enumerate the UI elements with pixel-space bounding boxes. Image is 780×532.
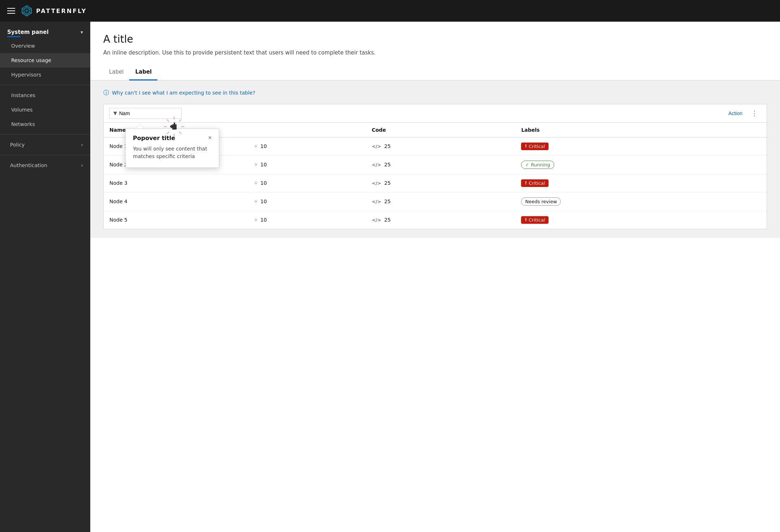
sidebar: System panel ▾ Overview Resource usage H… — [0, 22, 90, 532]
filter-icon: ▼ — [113, 110, 117, 116]
cell-label: ! Critical — [515, 174, 767, 192]
info-icon[interactable]: ⓘ — [103, 89, 109, 97]
svg-rect-16 — [171, 125, 172, 128]
info-banner: ⓘ Why can't I see what I am expecting to… — [103, 89, 767, 97]
sidebar-item-overview[interactable]: Overview — [0, 39, 90, 53]
tab-label-1[interactable]: Label — [103, 64, 129, 80]
popover-overlay: Popover title × You will only see conten… — [125, 124, 219, 168]
kebab-menu-button[interactable]: ⋮ — [748, 108, 761, 119]
sidebar-item-resource-usage[interactable]: Resource usage — [0, 53, 90, 67]
cell-label: ! Critical — [515, 211, 767, 229]
policy-chevron-icon: › — [81, 142, 83, 148]
cell-branch: ⑂ 10 — [249, 211, 366, 229]
hamburger-menu[interactable] — [7, 8, 15, 14]
sidebar-group-chevron: ▾ — [81, 29, 83, 35]
critical-icon: ! — [525, 144, 526, 149]
cell-name: Node 3 — [104, 174, 249, 192]
branch-icon: ⑂ — [255, 217, 257, 223]
sidebar-item-policy[interactable]: Policy › — [0, 138, 90, 152]
table-container: ▼ Action ⋮ Popover title × — [103, 104, 767, 229]
cell-label: ! Critical — [515, 137, 767, 155]
cell-branch: ⑂ 10 — [249, 192, 366, 211]
branch-icon: ⑂ — [255, 144, 257, 149]
popover-box: Popover title × You will only see conten… — [125, 128, 219, 168]
table-row: Node 3⑂ 10</> 25 ! Critical — [104, 174, 767, 192]
sidebar-item-networks[interactable]: Networks — [0, 117, 90, 131]
table-row: Node 5⑂ 10</> 25 ! Critical — [104, 211, 767, 229]
page-title: A title — [103, 33, 767, 45]
col-header-labels: Labels — [515, 123, 767, 138]
badge-critical: ! Critical — [521, 216, 549, 224]
popover-header: Popover title × — [133, 135, 212, 141]
popover-title: Popover title — [133, 135, 175, 141]
cell-code: </> 25 — [366, 211, 515, 229]
cell-branch: ⑂ 10 — [249, 155, 366, 174]
code-icon: </> — [372, 217, 381, 223]
content-area: ⓘ Why can't I see what I am expecting to… — [90, 80, 780, 238]
main-content: A title An inline description. Use this … — [90, 22, 780, 532]
code-icon: </> — [372, 199, 381, 204]
page-header: A title An inline description. Use this … — [90, 22, 780, 57]
svg-rect-15 — [172, 124, 174, 128]
cell-code: </> 25 — [366, 192, 515, 211]
sidebar-item-instances[interactable]: Instances — [0, 88, 90, 103]
cell-label: ✓ Running — [515, 155, 767, 174]
cell-code: </> 25 — [366, 174, 515, 192]
svg-line-9 — [167, 119, 169, 122]
sidebar-item-hypervisors[interactable]: Hypervisors — [0, 67, 90, 82]
filter-input[interactable] — [119, 110, 162, 116]
col-header-branch — [249, 123, 366, 138]
page-description: An inline description. Use this to provi… — [103, 49, 767, 57]
sidebar-group-header[interactable]: System panel ▾ — [0, 25, 90, 39]
sidebar-item-authentication[interactable]: Authentication › — [0, 158, 90, 173]
code-icon: </> — [372, 180, 381, 186]
col-header-code: Code — [366, 123, 515, 138]
branch-icon: ⑂ — [255, 199, 257, 204]
code-icon: </> — [372, 162, 381, 167]
critical-icon: ! — [525, 180, 526, 186]
svg-line-10 — [179, 119, 181, 122]
info-link[interactable]: Why can't I see what I am expecting to s… — [112, 90, 255, 96]
logo-area: PATTERNFLY — [21, 5, 87, 17]
sidebar-group-title: System panel — [7, 29, 49, 35]
badge-running: ✓ Running — [521, 161, 554, 169]
table-toolbar: ▼ Action ⋮ Popover title × — [104, 104, 767, 123]
branch-icon: ⑂ — [255, 180, 257, 186]
action-button[interactable]: Action — [727, 108, 744, 118]
filter-input-wrapper: ▼ — [109, 108, 182, 119]
badge-critical: ! Critical — [521, 143, 549, 150]
svg-rect-18 — [170, 126, 173, 127]
critical-icon: ! — [525, 217, 526, 222]
authentication-chevron-icon: › — [81, 162, 83, 168]
table-row: Node 4⑂ 10</> 25 Needs review — [104, 192, 767, 211]
cell-name: Node 4 — [104, 192, 249, 211]
cell-code: </> 25 — [366, 155, 515, 174]
cell-branch: ⑂ 10 — [249, 174, 366, 192]
svg-rect-14 — [175, 124, 177, 128]
sidebar-item-volumes[interactable]: Volumes — [0, 103, 90, 117]
popover-close-button[interactable]: × — [208, 135, 212, 141]
popover-body: You will only see content that matches s… — [133, 145, 212, 160]
top-navigation: PATTERNFLY — [0, 0, 780, 22]
logo-text: PATTERNFLY — [36, 8, 87, 14]
cell-name: Node 5 — [104, 211, 249, 229]
popover-arrow — [136, 124, 143, 128]
badge-critical: ! Critical — [521, 179, 549, 187]
tab-bar: Label Label — [90, 64, 780, 80]
branch-icon: ⑂ — [255, 162, 257, 167]
cell-branch: ⑂ 10 — [249, 137, 366, 155]
patternfly-logo-icon — [21, 5, 32, 17]
cell-code: </> 25 — [366, 137, 515, 155]
code-icon: </> — [372, 144, 381, 149]
cell-label: Needs review — [515, 192, 767, 211]
running-icon: ✓ — [525, 162, 529, 167]
tab-label-2[interactable]: Label — [129, 64, 157, 80]
badge-needs-review: Needs review — [521, 197, 561, 206]
